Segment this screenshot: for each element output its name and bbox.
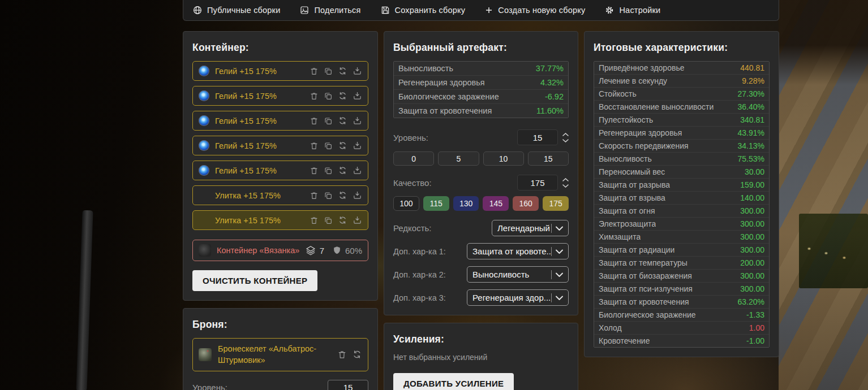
quality-preset-button[interactable]: 175	[543, 196, 569, 211]
armor-panel-title: Броня:	[192, 319, 368, 331]
reroll-artifact-button[interactable]	[338, 215, 347, 225]
total-stat-label: Биологическое заражение	[599, 310, 696, 319]
total-stat-value: 27.30%	[738, 89, 764, 98]
total-stat-row: Биологическое заражение -1.33	[594, 309, 769, 322]
reroll-artifact-button[interactable]	[338, 66, 347, 76]
toolbar: Публичные сборки Поделиться Сохранить сб…	[183, 0, 779, 21]
reroll-armor-button[interactable]	[352, 349, 362, 359]
artifact-orb-icon	[199, 66, 209, 76]
new-build-label: Создать новую сборку	[498, 6, 585, 15]
reroll-artifact-button[interactable]	[338, 166, 347, 175]
artifact-row[interactable]: Гелий +15 175%	[192, 136, 368, 155]
container-info-row[interactable]: Контейнер «Вязанка» 7 60%	[192, 240, 368, 261]
delete-artifact-button[interactable]	[310, 116, 319, 125]
quality-input[interactable]: 175	[517, 175, 558, 190]
export-artifact-button[interactable]	[353, 141, 362, 150]
extra-stat-select[interactable]: Защита от кровоте...	[467, 243, 569, 259]
floppy-icon	[380, 5, 390, 15]
public-builds-label: Публичные сборки	[207, 6, 280, 15]
image-icon	[299, 5, 310, 15]
delete-artifact-button[interactable]	[310, 67, 319, 76]
quality-preset-button[interactable]: 100	[393, 196, 419, 211]
armor-row[interactable]: Бронескелет «Альбатрос-Штурмовик»	[192, 338, 368, 371]
artifact-row[interactable]: Гелий +15 175%	[192, 161, 368, 180]
add-boost-button[interactable]: ДОБАВИТЬ УСИЛЕНИЕ	[393, 373, 514, 390]
share-button[interactable]: Поделиться	[299, 5, 360, 15]
totals-panel: Итоговые характеристики: Приведённое здо…	[584, 31, 779, 357]
duplicate-artifact-button[interactable]	[324, 116, 333, 125]
refresh-icon	[338, 141, 347, 150]
extra-stat-select[interactable]: Выносливость	[467, 266, 569, 283]
total-stat-row: Защита от разрыва 159.00	[594, 179, 769, 192]
level-down-button[interactable]	[562, 139, 569, 142]
quality-preset-button[interactable]: 145	[483, 196, 509, 211]
artifact-row[interactable]: Гелий +15 175%	[192, 111, 368, 131]
total-stat-value: 9.28%	[742, 76, 764, 85]
artifact-row[interactable]: Улитка +15 175%	[192, 210, 368, 230]
quality-preset-button[interactable]: 130	[453, 196, 479, 211]
level-preset-button[interactable]: 0	[393, 151, 434, 166]
artifact-row[interactable]: Гелий +15 175%	[192, 61, 368, 81]
duplicate-artifact-button[interactable]	[324, 166, 333, 175]
duplicate-artifact-button[interactable]	[324, 191, 333, 200]
total-stat-label: Химзащита	[599, 232, 641, 241]
duplicate-artifact-button[interactable]	[324, 67, 333, 76]
total-stat-row: Химзащита 300.00	[594, 231, 769, 244]
artifact-actions	[310, 66, 362, 76]
export-artifact-button[interactable]	[353, 190, 362, 200]
refresh-icon	[338, 91, 347, 101]
share-label: Поделиться	[314, 6, 360, 15]
middle-column: Выбранный артефакт: Выносливость 37.77% …	[384, 31, 578, 390]
extra-stat-select[interactable]: Регенерация здор...	[467, 289, 569, 306]
delete-artifact-button[interactable]	[310, 191, 319, 200]
public-builds-button[interactable]: Публичные сборки	[192, 5, 280, 15]
rarity-select[interactable]: Легендарный	[492, 220, 569, 236]
duplicate-artifact-button[interactable]	[324, 92, 333, 101]
boosts-empty-text: Нет выбранных усилений	[393, 353, 569, 362]
settings-button[interactable]: Настройки	[604, 5, 660, 15]
reroll-artifact-button[interactable]	[338, 141, 347, 150]
armor-level-input[interactable]: 15	[328, 380, 368, 390]
quality-preset-button[interactable]: 160	[513, 196, 539, 211]
chevron-down-icon	[562, 139, 569, 142]
total-stat-label: Регенерация здоровья	[599, 128, 682, 137]
export-artifact-button[interactable]	[353, 91, 362, 101]
chevron-up-icon	[562, 133, 569, 136]
delete-artifact-button[interactable]	[310, 92, 319, 101]
clear-container-button[interactable]: ОЧИСТИТЬ КОНТЕЙНЕР	[192, 270, 317, 291]
quality-up-button[interactable]	[562, 178, 569, 181]
quality-preset-button[interactable]: 115	[423, 196, 449, 211]
delete-armor-button[interactable]	[337, 350, 347, 359]
total-stat-row: Защита от взрыва 140.00	[594, 192, 769, 205]
artifact-orb-icon	[199, 215, 209, 226]
artifact-row[interactable]: Гелий +15 175%	[192, 86, 368, 106]
level-input[interactable]: 15	[517, 129, 558, 145]
import-icon	[353, 66, 362, 76]
chevron-down-icon	[556, 226, 563, 231]
stat-value: -6.92	[545, 92, 564, 101]
delete-artifact-button[interactable]	[310, 166, 319, 175]
level-preset-button[interactable]: 5	[438, 151, 479, 166]
artifact-name: Гелий +15 175%	[215, 141, 310, 150]
reroll-artifact-button[interactable]	[338, 190, 347, 200]
reroll-artifact-button[interactable]	[338, 116, 347, 125]
artifact-list: Гелий +15 175%	[192, 61, 368, 230]
export-artifact-button[interactable]	[353, 166, 362, 175]
extra-stat-label: Доп. хар-ка 2:	[393, 270, 446, 279]
level-up-button[interactable]	[562, 133, 569, 136]
export-artifact-button[interactable]	[353, 215, 362, 225]
artifact-row[interactable]: Улитка +15 175%	[192, 185, 368, 205]
save-build-button[interactable]: Сохранить сборку	[380, 5, 466, 15]
quality-down-button[interactable]	[562, 184, 569, 188]
level-preset-button[interactable]: 10	[483, 151, 524, 166]
delete-artifact-button[interactable]	[310, 141, 319, 150]
duplicate-artifact-button[interactable]	[324, 141, 333, 150]
reroll-artifact-button[interactable]	[338, 91, 347, 101]
level-preset-button[interactable]: 15	[528, 151, 569, 166]
new-build-button[interactable]: Создать новую сборку	[484, 6, 585, 15]
delete-artifact-button[interactable]	[310, 216, 319, 225]
export-artifact-button[interactable]	[353, 116, 362, 125]
total-stat-label: Электрозащита	[599, 219, 656, 228]
duplicate-artifact-button[interactable]	[324, 216, 333, 225]
export-artifact-button[interactable]	[353, 66, 362, 76]
